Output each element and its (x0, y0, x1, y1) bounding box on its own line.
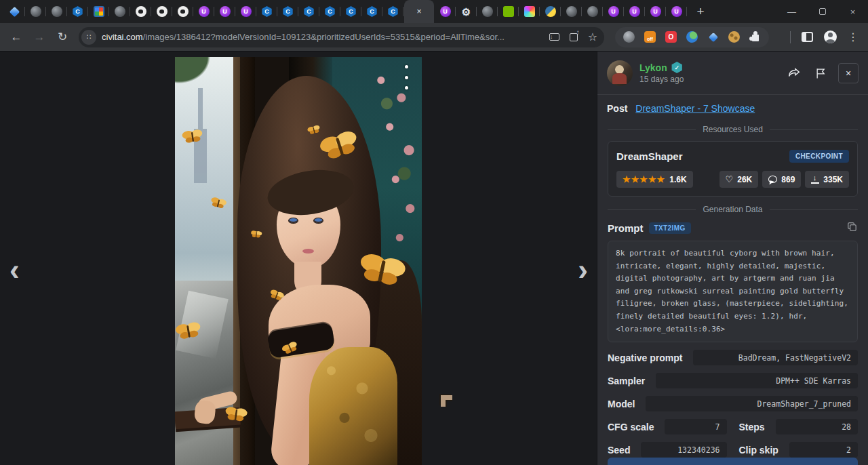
off-toggle-icon[interactable]: off (644, 31, 656, 43)
post-label: Post (607, 103, 627, 114)
pinned-tab-civitai[interactable] (361, 0, 382, 23)
pinned-tab-globe[interactable] (25, 0, 46, 23)
post-timestamp: 15 days ago (639, 75, 784, 84)
pinned-tab-ultralytics[interactable] (435, 0, 456, 23)
url-text[interactable]: civitai.com/images/1386412?modelVersionI… (102, 32, 544, 42)
pinned-tab-civitai[interactable] (382, 0, 403, 23)
back-button[interactable]: ← (7, 28, 26, 47)
sampler-value[interactable]: DPM++ SDE Karras (656, 373, 858, 388)
pinned-tab-ultralytics[interactable] (666, 0, 687, 23)
model-value[interactable]: DreamShaper_7_pruned (646, 396, 858, 411)
pinned-tab-gear[interactable] (456, 0, 477, 23)
next-image-button[interactable]: › (578, 255, 588, 285)
comments-pill[interactable]: 869 (762, 171, 801, 188)
prism-icon (524, 6, 535, 17)
gear-icon (461, 6, 472, 17)
report-flag-button[interactable] (811, 63, 831, 83)
side-panel-icon[interactable] (802, 32, 813, 42)
bookmark-star-icon[interactable]: ☆ (588, 31, 597, 43)
toolbar-right: ⋮ (790, 31, 861, 43)
pinned-tab-store[interactable] (88, 0, 109, 23)
generated-artwork-image[interactable] (175, 57, 422, 465)
downloads-count: 335K (823, 175, 843, 184)
pinned-tab-ultralytics[interactable] (603, 0, 624, 23)
previous-image-button[interactable]: ‹ (9, 255, 20, 285)
username-link[interactable]: Lykon (639, 62, 667, 73)
model-row: Model DreamShaper_7_pruned (608, 396, 858, 411)
pinned-tab-globe[interactable] (109, 0, 130, 23)
downloads-pill[interactable]: 335K (805, 171, 849, 188)
cookie-icon[interactable] (728, 31, 740, 43)
share-button[interactable] (784, 63, 804, 83)
pinned-tab-civitai[interactable] (340, 0, 361, 23)
restore-button[interactable] (807, 0, 837, 23)
gem-icon[interactable] (707, 31, 719, 43)
image-options-menu-icon[interactable] (400, 64, 412, 91)
pinned-tab-globe[interactable] (561, 0, 582, 23)
profile-avatar-icon[interactable] (824, 31, 837, 43)
opera-icon[interactable] (665, 31, 677, 43)
github-icon (157, 6, 167, 17)
pinned-tab-ultralytics[interactable] (624, 0, 645, 23)
likes-count: 26K (737, 175, 752, 184)
comment-icon (768, 176, 777, 183)
pinned-tab-ultralytics[interactable] (645, 0, 666, 23)
pinned-tab-globe[interactable] (582, 0, 603, 23)
prompt-text[interactable]: 8k portrait of beautiful cyborg with bro… (608, 241, 858, 342)
seed-value[interactable]: 132340236 (641, 442, 726, 458)
pinned-tab-civitai[interactable] (67, 0, 88, 23)
user-avatar[interactable] (607, 60, 633, 86)
negative-prompt-value[interactable]: BadDream, FastNegativeV2 (693, 350, 858, 365)
pinned-tab-globe[interactable] (477, 0, 498, 23)
pinned-tab-globe[interactable] (46, 0, 67, 23)
globe-icon[interactable] (623, 31, 635, 43)
toolbar-divider (790, 31, 791, 43)
world-icon[interactable] (686, 31, 698, 43)
pinned-tab-ultralytics[interactable] (235, 0, 256, 23)
reload-button[interactable]: ↻ (53, 28, 72, 47)
pinned-tab-prism[interactable] (519, 0, 540, 23)
tab-close-icon[interactable]: × (416, 7, 421, 16)
site-info-icon[interactable]: ∷ (81, 30, 96, 45)
forward-button[interactable]: → (30, 28, 49, 47)
civitai-icon (325, 6, 336, 17)
pinned-tab-github[interactable] (151, 0, 172, 23)
minimize-button[interactable]: — (776, 0, 807, 23)
install-app-icon[interactable] (549, 33, 559, 41)
pinned-tab-civitai[interactable] (256, 0, 277, 23)
clip-skip-value[interactable]: 2 (789, 442, 858, 458)
post-link[interactable]: DreamShaper - 7 Showcase (635, 103, 755, 114)
image-viewer: ‹ › (0, 52, 596, 465)
browser-menu-icon[interactable]: ⋮ (848, 31, 859, 43)
resource-card[interactable]: DreamShaper CHECKPOINT ★★★★★ 1.6K ♡ 26K (608, 141, 858, 197)
cfg-scale-value[interactable]: 7 (665, 419, 726, 434)
pinned-tab-civitai[interactable] (319, 0, 340, 23)
pinned-tab-github[interactable] (130, 0, 151, 23)
pinned-tab-ultralytics[interactable] (214, 0, 235, 23)
share-page-icon[interactable] (570, 33, 578, 41)
generation-data-header: Generation Data (608, 205, 858, 214)
copy-generation-data-button[interactable] (608, 458, 858, 465)
tab-active-civitai[interactable]: × (404, 0, 434, 23)
sapphire-icon (9, 6, 20, 17)
pinned-tab-civitai[interactable] (277, 0, 298, 23)
pinned-tab-github[interactable] (172, 0, 193, 23)
panel-body: Resources Used DreamShaper CHECKPOINT ★★… (597, 121, 868, 465)
pinned-tab-python[interactable] (540, 0, 561, 23)
address-bar[interactable]: ∷ civitai.com/images/1386412?modelVersio… (79, 27, 604, 47)
pinned-tab-civitai[interactable] (298, 0, 319, 23)
new-tab-button[interactable]: + (691, 2, 710, 21)
pinned-tab-nvidia[interactable] (498, 0, 519, 23)
pinned-tab-ultralytics[interactable] (193, 0, 214, 23)
steps-value[interactable]: 28 (776, 419, 858, 434)
pinned-tab-sapphire[interactable] (4, 0, 25, 23)
close-panel-button[interactable]: × (838, 63, 859, 83)
rating-pill[interactable]: ★★★★★ 1.6K (616, 171, 693, 188)
cfg-scale-label: CFG scale (608, 422, 654, 432)
puzzle-icon[interactable] (749, 31, 761, 43)
close-window-button[interactable]: × (837, 0, 868, 23)
txt2img-badge: TXT2IMG (649, 222, 691, 234)
likes-pill[interactable]: ♡ 26K (719, 171, 759, 188)
civitai-icon (283, 6, 294, 17)
copy-prompt-icon[interactable] (846, 221, 858, 235)
